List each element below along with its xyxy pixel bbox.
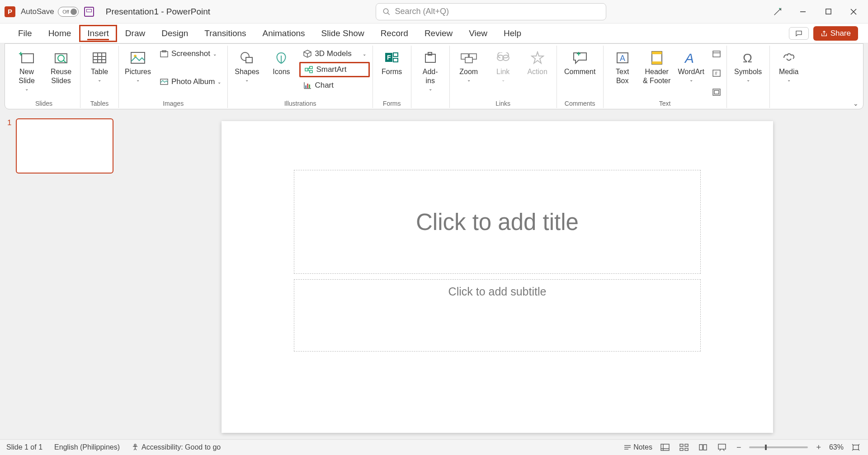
svg-point-63 [134,444,136,446]
share-button[interactable]: Share [813,26,858,41]
tab-help[interactable]: Help [495,25,529,42]
addins-button[interactable]: Add- ins ⌄ [414,47,447,94]
shapes-button[interactable]: Shapes ⌄ [231,47,263,85]
title-placeholder[interactable]: Click to add title [294,170,701,274]
object-button[interactable] [709,87,724,98]
slide[interactable]: Click to add title Click to add subtitle [222,121,773,433]
group-tables-label: Tables [90,99,108,108]
close-button[interactable] [847,8,860,15]
accessibility-text: Accessibility: Good to go [142,443,221,451]
tab-slideshow[interactable]: Slide Show [313,25,373,42]
tab-insert[interactable]: Insert [79,25,117,42]
svg-point-0 [383,9,388,14]
screenshot-button[interactable]: Screenshot ⌄ [156,47,225,60]
slide-thumbnail-1[interactable] [16,118,113,174]
zoom-in-button[interactable]: + [814,443,823,452]
accessibility-icon [132,444,139,451]
tab-file[interactable]: File [10,25,40,42]
save-icon[interactable] [84,7,94,17]
symbols-button[interactable]: Ω Symbols ⌄ [730,47,767,85]
action-button[interactable]: Action [521,47,554,78]
icons-button[interactable]: Icons [265,47,297,78]
zoom-percent[interactable]: 63% [829,443,844,451]
tab-design[interactable]: Design [153,25,196,42]
table-button[interactable]: Table ⌄ [83,47,116,85]
smartart-button[interactable]: SmartArt [299,62,369,77]
smartart-icon [304,65,313,74]
action-label: Action [527,67,547,76]
coming-soon-icon[interactable] [771,7,784,17]
svg-rect-54 [652,61,662,64]
fit-to-window-button[interactable] [850,444,862,451]
reuse-slides-button[interactable]: Reuse Slides [45,47,77,87]
normal-view-button[interactable] [659,444,671,451]
chevron-down-icon: ⌄ [746,77,750,83]
document-title: Presentation1 - PowerPoint [106,7,210,17]
cube-icon [303,49,312,58]
date-time-button[interactable] [709,48,724,59]
forms-button[interactable]: F Forms [376,47,408,78]
svg-rect-53 [652,52,662,54]
slide-number-button[interactable]: # [709,68,724,79]
screenshot-label: Screenshot [171,49,210,58]
new-slide-button[interactable]: New Slide ⌄ [10,47,43,94]
zoom-slider[interactable] [749,446,808,448]
search-input[interactable]: Search (Alt+Q) [376,3,606,20]
tab-review[interactable]: Review [416,25,461,42]
zoom-out-button[interactable]: − [735,443,743,452]
zoom-button[interactable]: Zoom ⌄ [453,47,485,85]
pictures-button[interactable]: Pictures ⌄ [122,47,154,85]
language-indicator[interactable]: English (Philippines) [54,443,120,451]
link-button[interactable]: Link ⌄ [487,47,519,85]
media-button[interactable]: Media ⌄ [773,47,805,85]
subtitle-placeholder[interactable]: Click to add subtitle [294,279,701,352]
comments-pane-button[interactable] [789,27,809,40]
chevron-down-icon: ⌄ [429,86,432,92]
textbox-button[interactable]: A Text Box [606,47,639,87]
slideshow-view-button[interactable] [716,443,728,451]
svg-rect-34 [307,84,308,88]
zoom-icon [460,49,477,66]
reading-view-button[interactable] [697,444,709,451]
tab-record[interactable]: Record [373,25,416,42]
svg-rect-72 [680,448,683,450]
group-slides-label: Slides [35,99,52,108]
slide-counter[interactable]: Slide 1 of 1 [6,443,42,451]
reuse-slides-icon [53,49,69,66]
wordart-button[interactable]: A WordArt ⌄ [675,47,708,85]
minimize-button[interactable] [797,8,809,15]
svg-marker-47 [532,52,543,63]
header-footer-button[interactable]: Header & Footer [641,47,673,87]
chevron-down-icon: ⌄ [467,77,471,83]
group-forms-label: Forms [383,99,401,108]
tab-view[interactable]: View [461,25,495,42]
addins-icon [424,49,437,66]
tab-transitions[interactable]: Transitions [196,25,254,42]
group-forms: F Forms Forms [373,46,411,108]
slide-canvas-area[interactable]: Click to add title Click to add subtitle [127,109,868,439]
group-illustrations: Shapes ⌄ Icons 3D Models ⌄ SmartArt [228,46,373,108]
photo-album-button[interactable]: Photo Album ⌄ [156,75,225,88]
notes-button[interactable]: Notes [624,443,652,451]
svg-text:Ω: Ω [743,52,752,64]
ribbon-collapse-button[interactable]: ⌄ [853,100,859,107]
3d-models-button[interactable]: 3D Models ⌄ [299,47,369,60]
slide-sorter-button[interactable] [678,444,690,451]
omega-icon: Ω [741,49,755,66]
table-label: Table [91,67,108,76]
media-label: Media [779,67,799,76]
autosave-toggle[interactable]: Off [58,7,79,17]
accessibility-status[interactable]: Accessibility: Good to go [132,443,221,451]
maximize-button[interactable] [822,8,835,15]
chart-button[interactable]: Chart [299,79,369,92]
textbox-icon: A [616,49,629,66]
tab-home[interactable]: Home [40,25,80,42]
symbols-label: Symbols [734,67,762,76]
svg-rect-12 [93,53,106,63]
tab-draw[interactable]: Draw [117,25,153,42]
comment-button[interactable]: Comment [560,47,600,78]
icons-label: Icons [273,67,290,76]
group-illustrations-label: Illustrations [284,99,316,108]
chevron-down-icon: ⌄ [245,77,249,83]
tab-animations[interactable]: Animations [255,25,313,42]
